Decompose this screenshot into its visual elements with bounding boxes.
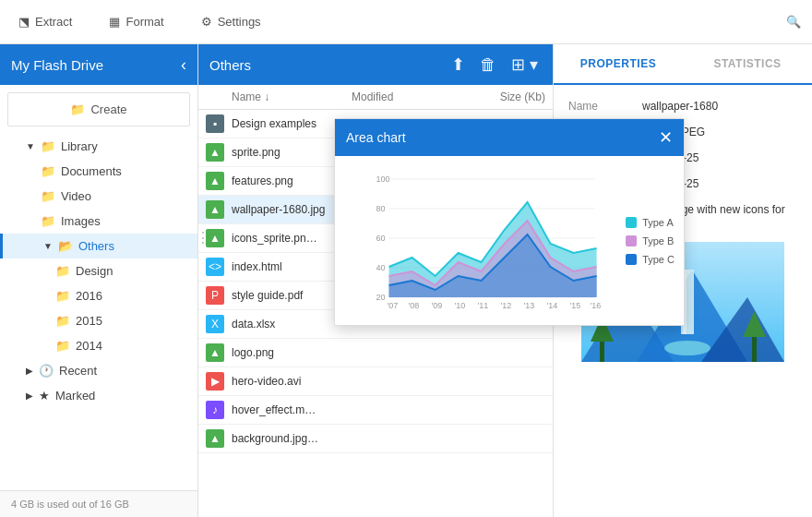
create-button[interactable]: 📁 Create xyxy=(7,92,190,126)
svg-text:'12: '12 xyxy=(501,301,512,310)
image-icon: ▲ xyxy=(206,429,224,448)
svg-text:'08: '08 xyxy=(409,301,420,310)
col-name: Name ↓ xyxy=(232,90,352,103)
svg-text:100: 100 xyxy=(376,174,390,184)
folder-open-icon: 📂 xyxy=(58,239,73,253)
chart-overlay: Area chart ✕ 100 80 60 40 20 xyxy=(334,118,685,326)
chart-svg-area: 100 80 60 40 20 xyxy=(344,165,615,316)
table-row[interactable]: ▶ hero-video.avi xyxy=(198,367,553,396)
folder-icon: 📁 xyxy=(55,339,70,353)
svg-text:'16: '16 xyxy=(591,301,602,310)
sidebar-nav: ▼ 📁 Library 📁 Documents 📁 Video 📁 Images… xyxy=(0,134,197,490)
svg-text:'11: '11 xyxy=(478,301,489,310)
legend-color-a xyxy=(626,217,637,228)
settings-button[interactable]: ⚙ Settings xyxy=(194,11,269,32)
sidebar-item-library[interactable]: ▼ 📁 Library xyxy=(0,134,197,159)
tab-statistics[interactable]: STATISTICS xyxy=(683,44,812,83)
sidebar: My Flash Drive ‹ 📁 Create ▼ 📁 Library 📁 … xyxy=(0,44,198,517)
chart-title: Area chart xyxy=(346,130,659,145)
sidebar-collapse-button[interactable]: ‹ xyxy=(181,55,186,75)
file-name: background.jpg… xyxy=(232,432,352,445)
sidebar-item-marked[interactable]: ▶ ★ Marked xyxy=(0,383,197,408)
settings-icon: ⚙ xyxy=(201,15,212,29)
sidebar-item-others[interactable]: ▼ 📂 Others xyxy=(0,234,197,258)
extract-icon: ⬔ xyxy=(18,15,30,29)
sidebar-item-2016[interactable]: 📁 2016 xyxy=(0,283,197,308)
svg-text:'15: '15 xyxy=(570,301,581,310)
properties-tabs: PROPERTIES STATISTICS xyxy=(554,44,812,85)
folder-icon: ▪ xyxy=(206,114,224,133)
expand-icon: ▼ xyxy=(26,141,35,151)
folder-icon: 📁 xyxy=(55,314,70,328)
upload-button[interactable]: ⬆ xyxy=(448,51,469,78)
video-icon: ▶ xyxy=(206,372,224,391)
tab-properties[interactable]: PROPERTIES xyxy=(554,44,683,85)
chart-header: Area chart ✕ xyxy=(335,119,684,156)
legend-label-a: Type A xyxy=(642,217,674,228)
legend-color-b xyxy=(626,235,637,246)
svg-text:'10: '10 xyxy=(455,301,466,310)
svg-text:20: 20 xyxy=(376,293,386,302)
extract-button[interactable]: ⬔ Extract xyxy=(11,11,79,32)
folder-add-icon: 📁 xyxy=(70,102,85,116)
file-name: logo.png xyxy=(232,346,352,359)
table-row[interactable]: ▲ logo.png xyxy=(198,339,553,367)
folder-icon: 📁 xyxy=(55,289,70,303)
chart-close-button[interactable]: ✕ xyxy=(659,127,673,148)
sidebar-item-video[interactable]: 📁 Video xyxy=(0,184,197,209)
svg-point-10 xyxy=(664,341,710,355)
chart-body: 100 80 60 40 20 xyxy=(335,156,684,325)
spreadsheet-icon: X xyxy=(206,315,224,333)
legend-item-a: Type A xyxy=(626,217,675,228)
legend-label-b: Type B xyxy=(642,235,674,246)
col-modified: Modified xyxy=(352,90,472,103)
svg-text:'09: '09 xyxy=(432,301,443,310)
file-table-header: Name ↓ Modified Size (Kb) xyxy=(198,85,553,110)
svg-text:'14: '14 xyxy=(547,301,558,310)
sidebar-item-2015[interactable]: 📁 2015 xyxy=(0,308,197,333)
sidebar-title: My Flash Drive xyxy=(11,57,103,73)
file-name: hover_effect.m… xyxy=(232,403,352,416)
svg-text:80: 80 xyxy=(376,204,386,213)
file-panel-header: Others ⬆ 🗑 ⊞ ▾ xyxy=(198,44,553,85)
html-icon: <> xyxy=(206,258,224,276)
delete-button[interactable]: 🗑 xyxy=(476,52,500,78)
sidebar-header: My Flash Drive ‹ xyxy=(0,44,197,85)
search-icon[interactable]: 🔍 xyxy=(786,15,801,29)
audio-icon: ♪ xyxy=(206,401,224,419)
folder-icon: 📁 xyxy=(41,189,55,203)
sidebar-item-design[interactable]: 📁 Design xyxy=(0,258,197,283)
expand-icon: ▶ xyxy=(26,366,33,376)
image-icon: ▲ xyxy=(206,343,224,362)
table-row[interactable]: ♪ hover_effect.m… xyxy=(198,396,553,425)
folder-icon: 📁 xyxy=(41,214,55,228)
clock-icon: 🕐 xyxy=(39,364,54,378)
image-icon: ▲ xyxy=(206,143,224,162)
svg-text:60: 60 xyxy=(376,234,386,243)
star-icon: ★ xyxy=(39,389,50,403)
format-button[interactable]: ▦ Format xyxy=(102,11,171,32)
image-icon: ▲ xyxy=(206,172,224,190)
svg-text:40: 40 xyxy=(376,263,386,272)
view-toggle-button[interactable]: ⊞ ▾ xyxy=(508,51,542,78)
legend-color-c xyxy=(626,254,637,265)
sidebar-footer: 4 GB is used out of 16 GB xyxy=(0,490,197,517)
sidebar-item-documents[interactable]: 📁 Documents xyxy=(0,159,197,184)
chart-legend: Type A Type B Type C xyxy=(622,165,675,316)
sidebar-item-images[interactable]: 📁 Images xyxy=(0,209,197,234)
toolbar: ⬔ Extract ▦ Format ⚙ Settings 🔍 xyxy=(0,0,812,44)
file-panel-title: Others xyxy=(209,57,440,73)
svg-text:'13: '13 xyxy=(524,301,535,310)
sidebar-item-recent[interactable]: ▶ 🕐 Recent xyxy=(0,358,197,383)
main-layout: My Flash Drive ‹ 📁 Create ▼ 📁 Library 📁 … xyxy=(0,44,812,517)
legend-item-c: Type C xyxy=(626,254,675,265)
drag-handle[interactable]: ⋮ xyxy=(196,229,210,246)
legend-item-b: Type B xyxy=(626,235,675,246)
folder-icon: 📁 xyxy=(41,139,55,153)
sidebar-item-2014[interactable]: 📁 2014 xyxy=(0,333,197,358)
expand-icon: ▶ xyxy=(26,391,33,401)
col-size: Size (Kb) xyxy=(472,90,545,103)
table-row[interactable]: ▲ background.jpg… xyxy=(198,425,553,453)
props-row-name: Name wallpaper-1680 xyxy=(568,100,797,113)
svg-text:'07: '07 xyxy=(388,301,399,310)
